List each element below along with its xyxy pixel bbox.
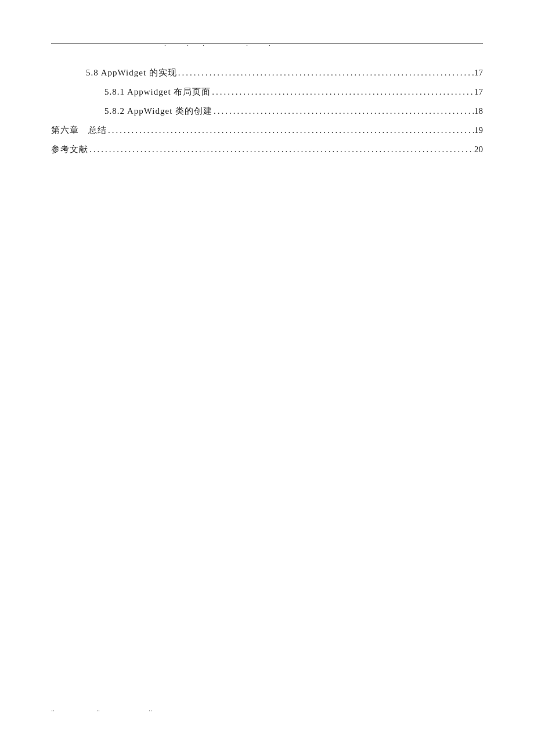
toc-label: 5.8 AppWidget 的实现 xyxy=(86,65,177,81)
toc-page-number: 17 xyxy=(474,84,483,100)
toc-page-number: 20 xyxy=(474,142,483,157)
header-marks: . . . . . xyxy=(51,39,483,49)
footer-marks: .. .. .. xyxy=(51,704,152,714)
toc-leader-dots xyxy=(211,84,474,100)
toc-leader-dots xyxy=(177,65,474,81)
toc-entry: 5.8.1 Appwidget 布局页面 17 xyxy=(51,84,483,100)
toc-leader-dots xyxy=(212,103,474,119)
toc-label: 5.8.1 Appwidget 布局页面 xyxy=(104,84,211,100)
toc-page-number: 17 xyxy=(474,65,483,81)
toc-leader-dots xyxy=(88,142,474,157)
toc-entry: 参考文献 20 xyxy=(51,142,483,157)
toc-label: 参考文献 xyxy=(51,142,88,157)
table-of-contents: 5.8 AppWidget 的实现 17 5.8.1 Appwidget 布局页… xyxy=(51,65,483,157)
toc-label: 第六章 总结 xyxy=(51,123,107,138)
toc-label: 5.8.2 AppWidget 类的创建 xyxy=(104,103,212,119)
toc-page-number: 19 xyxy=(474,123,483,138)
toc-leader-dots xyxy=(107,123,474,138)
document-page: . . . . . 5.8 AppWidget 的实现 17 5.8.1 App… xyxy=(0,0,534,157)
toc-entry: 5.8.2 AppWidget 类的创建 18 xyxy=(51,103,483,119)
toc-page-number: 18 xyxy=(474,103,483,119)
header-horizontal-rule: . . . . . xyxy=(51,44,483,44)
toc-entry: 5.8 AppWidget 的实现 17 xyxy=(51,65,483,81)
toc-entry: 第六章 总结 19 xyxy=(51,123,483,138)
